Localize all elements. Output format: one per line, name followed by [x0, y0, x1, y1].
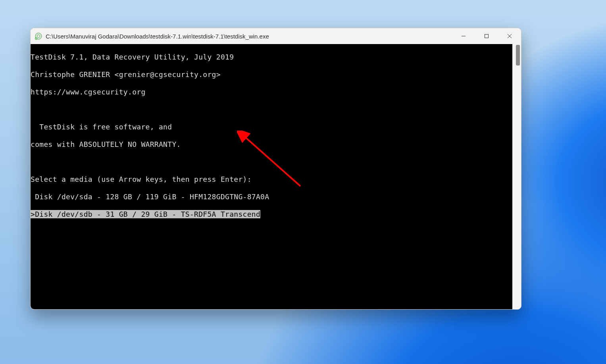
scroll-thumb[interactable] — [516, 45, 520, 65]
close-button[interactable] — [498, 28, 521, 44]
console-area: TestDisk 7.1, Data Recovery Utility, Jul… — [31, 44, 521, 309]
svg-point-1 — [37, 35, 40, 37]
intro-line: TestDisk is free software, and — [31, 123, 512, 131]
minimize-button[interactable] — [452, 28, 475, 44]
header-line: https://www.cgsecurity.org — [31, 88, 512, 96]
app-window: C:\Users\Manuviraj Godara\Downloads\test… — [30, 28, 521, 310]
blank-line — [31, 227, 512, 236]
vertical-scrollbar[interactable] — [512, 44, 521, 309]
app-icon — [35, 32, 42, 40]
blank-line — [31, 245, 512, 254]
blank-line — [31, 262, 512, 271]
blank-line — [31, 280, 512, 289]
maximize-button[interactable] — [475, 28, 498, 44]
titlebar[interactable]: C:\Users\Manuviraj Godara\Downloads\test… — [31, 28, 521, 44]
intro-line: comes with ABSOLUTELY NO WARRANTY. — [31, 140, 512, 149]
window-buttons — [452, 28, 521, 44]
blank-line — [31, 297, 512, 306]
disk-option[interactable]: Disk /dev/sda - 128 GB / 119 GiB - HFM12… — [31, 193, 512, 201]
select-prompt: Select a media (use Arrow keys, then pre… — [31, 175, 512, 184]
console-output[interactable]: TestDisk 7.1, Data Recovery Utility, Jul… — [31, 44, 512, 309]
disk-option-selected[interactable]: >Disk /dev/sdb - 31 GB / 29 GiB - TS-RDF… — [31, 210, 512, 219]
svg-rect-4 — [485, 35, 489, 38]
window-title: C:\Users\Manuviraj Godara\Downloads\test… — [46, 33, 452, 40]
header-line: TestDisk 7.1, Data Recovery Utility, Jul… — [31, 53, 512, 62]
blank-line — [31, 105, 512, 114]
blank-line — [31, 158, 512, 166]
header-line: Christophe GRENIER <grenier@cgsecurity.o… — [31, 70, 512, 79]
